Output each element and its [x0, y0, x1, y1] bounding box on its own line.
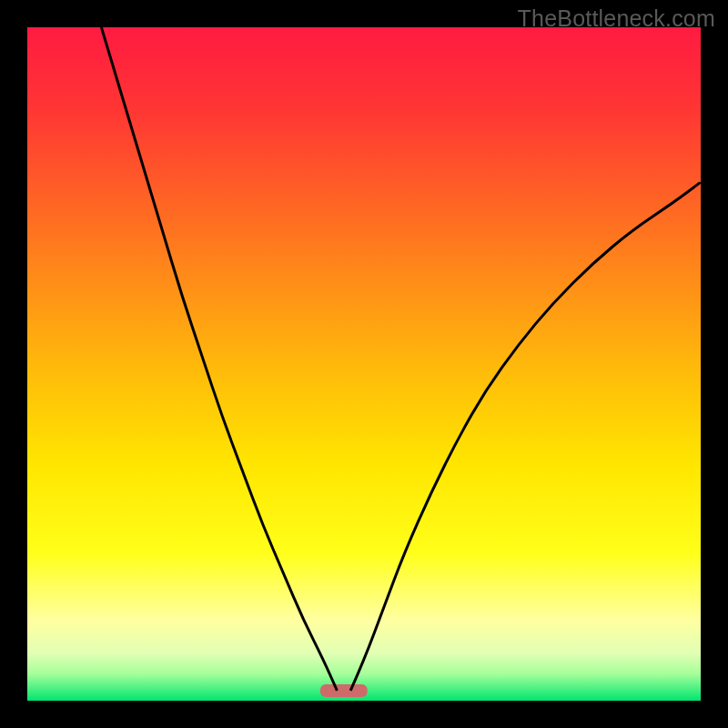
chart-frame: TheBottleneck.com [0, 0, 728, 728]
gradient-background [27, 27, 701, 701]
plot-svg [27, 27, 701, 701]
plot-area [27, 27, 701, 701]
bottleneck-marker [320, 684, 368, 697]
watermark-text: TheBottleneck.com [518, 5, 715, 32]
